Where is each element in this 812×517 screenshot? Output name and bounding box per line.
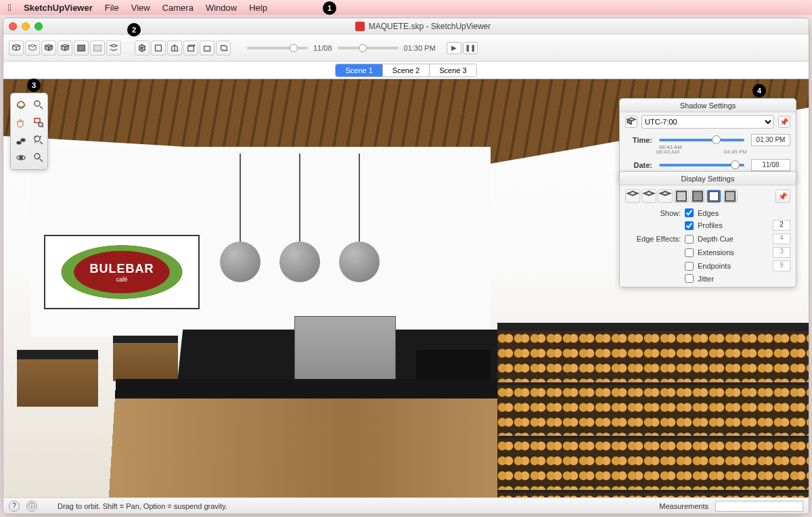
pin-icon[interactable]: 📌 [775,189,790,203]
face-style-1[interactable] [625,189,640,203]
scene-tab-3[interactable]: Scene 3 [430,64,476,76]
zoom-window-tool[interactable] [31,115,46,130]
menu-camera[interactable]: Camera [162,3,194,13]
face-style-3[interactable] [658,189,673,203]
edges-label: Edges [698,209,719,217]
face-style-6[interactable] [706,189,721,203]
date-slider-panel[interactable] [659,164,744,166]
svg-rect-4 [204,46,210,51]
view-iso-button[interactable] [135,41,150,55]
status-hint: Drag to orbit. Shift = Pan, Option = sus… [58,502,227,510]
measurements-input[interactable] [715,501,803,512]
wall-sign: BULEBAR café [44,235,200,309]
menu-window[interactable]: Window [206,3,237,13]
apple-icon[interactable]:  [8,2,12,13]
extensions-value[interactable]: 3 [773,247,790,258]
position-camera-tool[interactable] [31,150,46,165]
zoom-extents-tool[interactable] [31,133,46,148]
pan-tool[interactable] [14,115,28,130]
play-button[interactable]: ▶ [447,42,461,54]
style-hidden-button[interactable] [25,41,40,55]
svg-point-10 [21,139,25,141]
menu-view[interactable]: View [131,3,150,13]
date-value[interactable]: 11/08 [751,159,790,171]
svg-rect-2 [156,45,162,51]
app-name[interactable]: SketchUpViewer [24,3,93,13]
geo-icon[interactable]: ? [9,501,20,512]
time-slider-panel[interactable] [659,139,744,141]
pause-button[interactable]: ❚❚ [463,42,478,54]
look-around-tool[interactable] [14,150,28,165]
scene-tab-2[interactable]: Scene 2 [383,64,430,76]
view-front-button[interactable] [167,41,182,55]
svg-point-14 [35,154,40,159]
panel-title: Shadow Settings [620,99,796,112]
zoom-tool[interactable] [31,97,46,112]
style-backedges-button[interactable] [106,41,121,55]
time-value[interactable]: 01:30 PM [751,134,790,146]
face-style-4[interactable] [674,189,689,203]
navigation-tools [10,93,48,170]
view-back-button[interactable] [200,41,215,55]
style-shaded-tex-button[interactable] [58,41,72,55]
edges-checkbox[interactable] [685,208,694,217]
profiles-label: Profiles [698,221,723,229]
face-style-2[interactable] [641,189,656,203]
extensions-checkbox[interactable] [685,248,694,257]
pin-icon[interactable]: 📌 [778,116,790,128]
endpoints-value[interactable]: 9 [773,261,790,271]
panel-title: Display Settings [620,172,796,185]
endpoints-checkbox[interactable] [685,262,694,271]
callout-2: 2 [127,23,141,37]
view-right-button[interactable] [183,41,198,55]
time-slider[interactable] [338,47,399,49]
depthcue-checkbox[interactable] [685,235,694,244]
date-label: Date: [625,161,652,169]
edge-effects-label: Edge Effects: [625,235,681,243]
extensions-label: Extensions [698,248,734,256]
style-wireframe-button[interactable] [9,41,24,55]
face-style-5[interactable] [690,189,705,203]
display-settings-panel: Display Settings 📌 Show: Edges Profiles … [619,171,796,288]
profiles-checkbox[interactable] [685,221,694,230]
credits-icon[interactable]: ⓘ [26,501,37,512]
svg-rect-3 [188,46,194,51]
jitter-label: Jitter [698,275,714,283]
shadow-toggle-icon[interactable] [625,116,637,128]
utc-select[interactable]: UTC-7:00 [641,115,774,129]
svg-rect-19 [725,192,735,201]
scene-tab-1[interactable]: Scene 1 [336,64,382,76]
menu-file[interactable]: File [105,3,119,13]
style-shaded-button[interactable] [41,41,56,55]
view-top-button[interactable] [151,41,166,55]
sign-text-2: café [116,276,127,283]
date-slider[interactable] [247,47,308,49]
profiles-value[interactable]: 2 [773,220,790,231]
close-icon[interactable] [9,22,17,30]
show-label: Show: [625,209,681,217]
jitter-checkbox[interactable] [685,274,694,283]
svg-point-6 [35,101,40,106]
face-style-7[interactable] [723,189,738,203]
menu-help[interactable]: Help [249,3,267,13]
style-mono-button[interactable] [74,41,89,55]
svg-rect-1 [94,45,102,51]
minimize-icon[interactable] [22,22,30,30]
titlebar: MAQUETE.skp - SketchUpViewer [3,18,809,35]
depthcue-value[interactable]: 4 [773,233,790,244]
zoom-icon[interactable] [35,22,43,30]
depthcue-label: Depth Cue [698,235,734,243]
view-left-button[interactable] [216,41,231,55]
orbit-tool[interactable] [14,97,28,112]
style-xray-button[interactable] [90,41,105,55]
callout-3: 3 [27,78,41,92]
svg-point-13 [20,156,22,159]
time-max-label: 04:45 PM [724,149,747,155]
svg-rect-16 [677,192,686,201]
walk-tool[interactable] [14,133,28,148]
main-toolbar: 11/08 01:30 PM ▶ ❚❚ [3,35,809,62]
scene-bar: Scene 1 Scene 2 Scene 3 [3,62,809,79]
pendant-lights [220,154,380,282]
app-window: MAQUETE.skp - SketchUpViewer 11/08 01 [3,18,809,514]
window-title: MAQUETE.skp - SketchUpViewer [369,22,491,31]
